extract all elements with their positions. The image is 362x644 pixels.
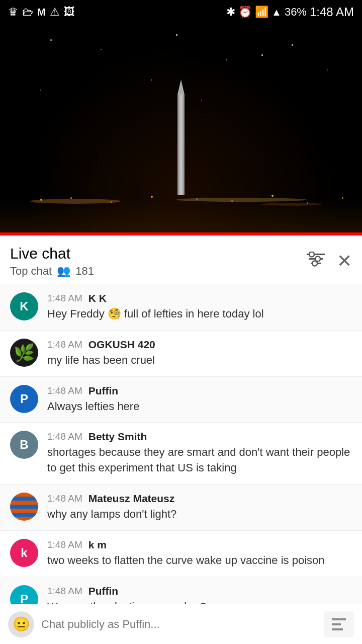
msg-time-5: 1:48 AM bbox=[47, 493, 82, 504]
live-chat-title: Live chat bbox=[10, 245, 94, 263]
status-time: 1:48 AM bbox=[310, 5, 354, 19]
emoji-button[interactable]: 😐 bbox=[8, 611, 34, 637]
bluetooth-icon: ✱ bbox=[226, 6, 235, 19]
msg-time-4: 1:48 AM bbox=[47, 431, 82, 442]
message-body-6: 1:48 AM k m two weeks to flatten the cur… bbox=[47, 539, 352, 569]
msg-text-4: shortages because they are smart and don… bbox=[47, 445, 352, 476]
msg-meta-3: 1:48 AM Puffin bbox=[47, 385, 352, 397]
folder-icon: 🗁 bbox=[22, 6, 33, 19]
message-body-1: 1:48 AM K K Hey Freddy 🧐 full of lefties… bbox=[47, 292, 352, 322]
m-icon: M bbox=[37, 7, 46, 18]
chat-message-3: P 1:48 AM Puffin Always lefties here bbox=[0, 377, 362, 423]
chat-input[interactable] bbox=[41, 611, 317, 637]
svg-rect-6 bbox=[332, 618, 346, 620]
message-body-5: 1:48 AM Mateusz Mateusz why any lamps do… bbox=[47, 493, 352, 522]
video-progress-bar[interactable] bbox=[0, 232, 362, 235]
msg-author-3: Puffin bbox=[88, 385, 118, 397]
send-button[interactable] bbox=[324, 611, 354, 637]
chat-message-5: 1:48 AM Mateusz Mateusz why any lamps do… bbox=[0, 485, 362, 531]
msg-time-1: 1:48 AM bbox=[47, 293, 82, 304]
crown-icon: ♛ bbox=[8, 6, 18, 19]
msg-meta-2: 1:48 AM OGKUSH 420 bbox=[47, 339, 352, 351]
svg-point-5 bbox=[312, 261, 317, 266]
msg-meta-5: 1:48 AM Mateusz Mateusz bbox=[47, 493, 352, 505]
msg-time-7: 1:48 AM bbox=[47, 586, 82, 597]
warning-icon: ⚠ bbox=[50, 6, 60, 19]
top-chat-label: Top chat bbox=[10, 265, 52, 278]
svg-rect-7 bbox=[332, 623, 341, 625]
avatar-km: k bbox=[10, 539, 38, 567]
alarm-icon: ⏰ bbox=[238, 6, 252, 19]
emoji-icon: 😐 bbox=[13, 616, 30, 632]
live-chat-title-area: Live chat Top chat 👥 181 bbox=[10, 245, 94, 278]
chat-message-4: B 1:48 AM Betty Smith shortages because … bbox=[0, 423, 362, 485]
avatar-puffin-1: P bbox=[10, 385, 38, 413]
video-player[interactable] bbox=[0, 24, 362, 235]
msg-meta-6: 1:48 AM k m bbox=[47, 539, 352, 551]
msg-author-2: OGKUSH 420 bbox=[88, 339, 155, 351]
chat-message-1: K 1:48 AM K K Hey Freddy 🧐 full of lefti… bbox=[0, 284, 362, 331]
status-icons-left: ♛ 🗁 M ⚠ 🖼 bbox=[8, 6, 75, 19]
svg-point-3 bbox=[309, 252, 314, 257]
filter-button[interactable] bbox=[307, 252, 325, 271]
msg-author-4: Betty Smith bbox=[88, 431, 147, 443]
header-actions: ✕ bbox=[307, 251, 352, 272]
msg-text-1: Hey Freddy 🧐 full of lefties in here tod… bbox=[47, 306, 352, 322]
message-body-4: 1:48 AM Betty Smith shortages because th… bbox=[47, 431, 352, 476]
chat-message-6: k 1:48 AM k m two weeks to flatten the c… bbox=[0, 531, 362, 577]
message-body-3: 1:48 AM Puffin Always lefties here bbox=[47, 385, 352, 415]
msg-meta-4: 1:48 AM Betty Smith bbox=[47, 431, 352, 443]
status-icons-right: ✱ ⏰ 📶 ▲ 36% 1:48 AM bbox=[226, 5, 354, 19]
msg-text-3: Always lefties here bbox=[47, 399, 352, 415]
viewer-icon: 👥 bbox=[57, 265, 70, 278]
msg-text-2: my life has been cruel bbox=[47, 353, 352, 368]
chat-message-2: 🌿 1:48 AM OGKUSH 420 my life has been cr… bbox=[0, 331, 362, 377]
avatar-mateusz bbox=[10, 493, 38, 521]
chat-messages-list: K 1:48 AM K K Hey Freddy 🧐 full of lefti… bbox=[0, 284, 362, 644]
msg-text-5: why any lamps don't light? bbox=[47, 507, 352, 522]
msg-author-5: Mateusz Mateusz bbox=[88, 493, 175, 505]
avatar-kk: K bbox=[10, 292, 38, 320]
signal-icon: ▲ bbox=[272, 7, 282, 18]
live-chat-header: Live chat Top chat 👥 181 ✕ bbox=[0, 235, 362, 284]
wifi-icon: 📶 bbox=[255, 6, 268, 19]
msg-author-7: Puffin bbox=[88, 585, 118, 597]
msg-text-6: two weeks to flatten the curve wake up v… bbox=[47, 553, 352, 569]
message-body-2: 1:48 AM OGKUSH 420 my life has been crue… bbox=[47, 339, 352, 368]
msg-meta-1: 1:48 AM K K bbox=[47, 292, 352, 304]
msg-author-1: K K bbox=[88, 292, 107, 304]
battery-level: 36% bbox=[285, 6, 307, 19]
status-bar: ♛ 🗁 M ⚠ 🖼 ✱ ⏰ 📶 ▲ 36% 1:48 AM bbox=[0, 0, 362, 24]
msg-time-3: 1:48 AM bbox=[47, 385, 82, 396]
msg-meta-7: 1:48 AM Puffin bbox=[47, 585, 352, 597]
image-icon: 🖼 bbox=[64, 6, 75, 19]
svg-rect-8 bbox=[332, 628, 343, 630]
msg-author-6: k m bbox=[88, 539, 107, 551]
chat-input-bar[interactable]: 😐 bbox=[0, 604, 362, 644]
msg-time-2: 1:48 AM bbox=[47, 339, 82, 350]
viewer-count: 181 bbox=[75, 265, 94, 278]
live-chat-subtitle: Top chat 👥 181 bbox=[10, 265, 94, 278]
avatar-betty: B bbox=[10, 431, 38, 459]
msg-time-6: 1:48 AM bbox=[47, 539, 82, 550]
close-button[interactable]: ✕ bbox=[337, 251, 352, 272]
avatar-ogkush: 🌿 bbox=[10, 339, 38, 367]
